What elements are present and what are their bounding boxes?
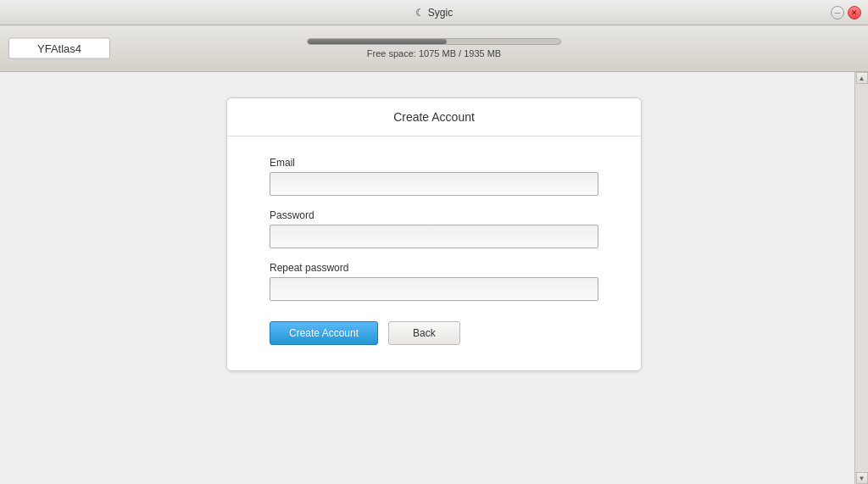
card-title: Create Account: [227, 98, 641, 136]
app-title: Sygic: [428, 7, 453, 19]
create-account-card: Create Account Email Password Repeat pas…: [226, 97, 642, 371]
window-controls: ─ ✕: [831, 6, 861, 19]
scroll-down-button[interactable]: ▼: [856, 472, 868, 484]
title-bar: ☾ Sygic ─ ✕: [0, 0, 868, 25]
close-button[interactable]: ✕: [848, 6, 861, 19]
main-content: Create Account Email Password Repeat pas…: [0, 72, 868, 484]
card-body: Email Password Repeat password Create Ac…: [227, 136, 641, 370]
device-name: YFAtlas4: [8, 38, 110, 59]
app-header: YFAtlas4 Free space: 1075 MB / 1935 MB: [0, 25, 868, 72]
repeat-password-label: Repeat password: [270, 262, 598, 274]
email-label: Email: [270, 157, 598, 169]
password-input[interactable]: [270, 225, 598, 248]
title-bar-text: ☾ Sygic: [415, 7, 453, 19]
free-space-label: Free space: 1075 MB / 1935 MB: [367, 48, 501, 58]
back-button[interactable]: Back: [388, 321, 460, 345]
scrollbar: ▲ ▼: [854, 72, 868, 484]
create-account-button[interactable]: Create Account: [270, 321, 378, 345]
button-row: Create Account Back: [270, 321, 598, 345]
minimize-button[interactable]: ─: [831, 6, 844, 19]
email-input[interactable]: [270, 172, 598, 196]
email-group: Email: [270, 157, 598, 196]
repeat-password-group: Repeat password: [270, 262, 598, 301]
sygic-logo-icon: ☾: [415, 7, 425, 19]
password-label: Password: [270, 209, 598, 221]
repeat-password-input[interactable]: [270, 277, 598, 301]
storage-progress-bar: [307, 38, 561, 45]
scroll-up-button[interactable]: ▲: [856, 72, 868, 84]
storage-progress-fill: [308, 39, 447, 44]
password-group: Password: [270, 209, 598, 248]
